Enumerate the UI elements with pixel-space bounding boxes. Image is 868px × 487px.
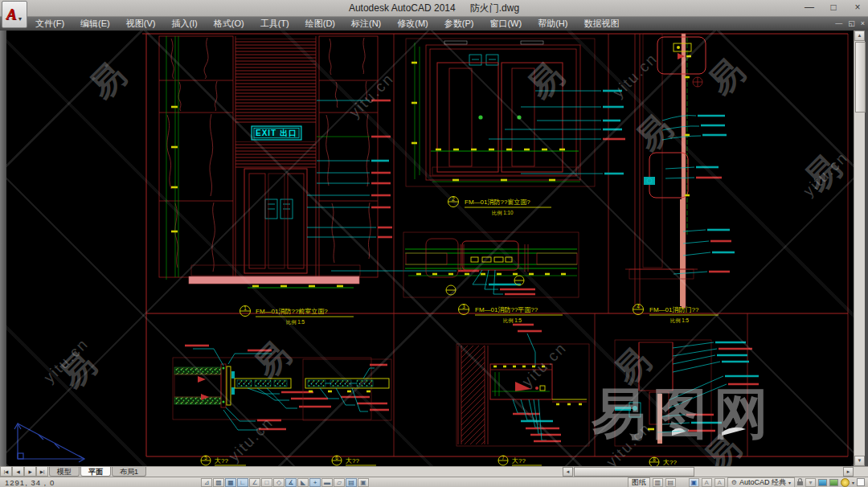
detail-8-floor-spring-detail	[615, 340, 759, 446]
menu-insert[interactable]: 插入(I)	[163, 17, 205, 31]
detail-title-8: 8 大??	[649, 456, 677, 467]
infer-constraints-icon[interactable]: ⊿	[201, 478, 212, 487]
selection-cycling-icon[interactable]: ▣	[358, 478, 369, 487]
quick-view-drawings-icon[interactable]: ▤	[665, 478, 676, 487]
paper-space-button[interactable]: 图纸	[628, 477, 650, 487]
svg-text:3: 3	[462, 304, 465, 309]
cad-drawing: EXIT 出口	[6, 31, 854, 466]
document-name: 防火门.dwg	[470, 2, 519, 14]
status-menu-chevron-icon[interactable]: ▾	[852, 480, 854, 485]
menu-modify[interactable]: 修改(M)	[389, 17, 436, 31]
doc-close-button[interactable]: ×	[861, 18, 865, 29]
svg-text:大??: 大??	[215, 457, 228, 464]
window-border-left	[0, 31, 6, 466]
svg-text:比例 1:5: 比例 1:5	[286, 319, 305, 325]
tab-last-button[interactable]: ▶|	[36, 467, 48, 477]
detail-title-2: 2 FM—01消防??窗立面? 比例 1:10	[448, 196, 552, 216]
menu-dimension[interactable]: 标注(N)	[343, 17, 389, 31]
ortho-mode-icon[interactable]: ∟	[237, 478, 248, 487]
menu-window[interactable]: 窗口(W)	[481, 17, 530, 31]
coordinate-readout: 1291, 34 , 0	[0, 478, 82, 487]
vertical-scroll-thumb[interactable]	[855, 42, 866, 113]
vertical-scrollbar[interactable]: ▲ ▼	[854, 31, 865, 466]
svg-text:EXIT 出口: EXIT 出口	[256, 129, 297, 137]
scroll-left-button[interactable]: ◄	[563, 467, 573, 477]
menu-dataview[interactable]: 数据视图	[575, 17, 627, 31]
dynamic-ucs-icon[interactable]: ◣	[297, 478, 309, 487]
quick-view-layouts-icon[interactable]: ▥	[653, 478, 663, 487]
horizontal-scroll-thumb[interactable]	[574, 467, 694, 477]
svg-text:7: 7	[502, 455, 505, 460]
app-menu-button[interactable]: A ▼	[2, 1, 27, 28]
dynamic-input-icon[interactable]: +	[309, 478, 321, 487]
horizontal-scrollbar[interactable]: ◄ ►	[563, 467, 854, 477]
svg-text:大??: 大??	[346, 457, 359, 464]
annotation-scale-icon[interactable]: A	[702, 478, 712, 487]
menu-tools[interactable]: 工具(T)	[252, 17, 297, 31]
status-lightbulb-icon[interactable]	[841, 478, 850, 487]
lineweight-icon[interactable]: ▬	[321, 478, 333, 487]
model-space-icon[interactable]: ▣	[689, 478, 699, 487]
ucs-icon	[14, 424, 84, 462]
object-snap-tracking-icon[interactable]: ∡	[285, 478, 297, 487]
tab-plan[interactable]: 平面	[80, 467, 111, 477]
maximize-button[interactable]: □	[828, 1, 839, 14]
svg-text:FM—01消防??平面??: FM—01消防??平面??	[475, 306, 538, 313]
menu-draw[interactable]: 绘图(D)	[297, 17, 343, 31]
doc-restore-button[interactable]: ◱	[848, 18, 855, 29]
window-title: Autodesk AutoCAD 2014防火门.dwg	[349, 2, 519, 15]
tab-prev-button[interactable]: ◀	[12, 467, 24, 477]
svg-text:8: 8	[653, 456, 656, 462]
menu-view[interactable]: 视图(V)	[118, 17, 164, 31]
menu-edit[interactable]: 编辑(E)	[72, 17, 118, 31]
autocad-window: Autodesk AutoCAD 2014防火门.dwg — □ × A ▼ 文…	[0, 0, 868, 487]
svg-text:比例 1:5: 比例 1:5	[670, 317, 690, 324]
svg-text:2: 2	[452, 196, 455, 202]
workspace-gear-icon: ⚙	[731, 479, 737, 486]
drawing-canvas[interactable]: EXIT 出口	[6, 31, 854, 466]
svg-text:大??: 大??	[663, 459, 677, 466]
detail-4-vertical-section	[625, 34, 735, 308]
autocad-logo-icon: A	[6, 6, 17, 23]
svg-text:比例 1:5: 比例 1:5	[503, 317, 522, 324]
scroll-down-button[interactable]: ▼	[854, 456, 865, 466]
scroll-right-button[interactable]: ►	[843, 467, 854, 477]
svg-text:比例 1:10: 比例 1:10	[492, 210, 514, 216]
workspace-label: AutoCAD 经典	[739, 477, 786, 487]
3d-object-snap-icon[interactable]: ◇	[273, 478, 285, 487]
chevron-down-icon: ▾	[788, 480, 791, 485]
svg-text:1: 1	[244, 305, 247, 311]
menu-parametric[interactable]: 参数(P)	[436, 17, 482, 31]
snap-mode-icon[interactable]: ▩	[213, 478, 224, 487]
detail-7-sill-detail	[457, 325, 589, 446]
tab-layout1[interactable]: 布局1	[112, 467, 146, 477]
annotation-visibility-icon[interactable]: A	[714, 478, 725, 487]
close-button[interactable]: ×	[852, 1, 863, 14]
menu-format[interactable]: 格式(O)	[206, 17, 252, 31]
status-toggles: ⊿ ▩ ▦ ∟ ∠ □ ◇ ∡ ◣ + ▬ ▱ ▤ ▣	[201, 478, 369, 487]
isolate-objects-icon[interactable]	[829, 479, 838, 486]
tab-next-button[interactable]: ▶	[24, 467, 36, 477]
clean-screen-button[interactable]	[857, 478, 865, 486]
toolbar-unlock-icon[interactable]: ▾	[805, 478, 816, 487]
menu-help[interactable]: 帮助(H)	[530, 17, 575, 31]
lock-ui-icon[interactable]	[797, 481, 803, 485]
scroll-up-button[interactable]: ▲	[854, 31, 865, 41]
detail-2-door-elevation	[406, 39, 625, 186]
quick-properties-icon[interactable]: ▤	[346, 478, 357, 487]
workspace-switcher[interactable]: ⚙ AutoCAD 经典 ▾	[727, 477, 795, 487]
menu-file[interactable]: 文件(F)	[27, 17, 72, 31]
doc-minimize-button[interactable]: —	[835, 18, 842, 29]
svg-text:FM—01消防??窗立面?: FM—01消防??窗立面?	[465, 198, 530, 206]
titlebar: Autodesk AutoCAD 2014防火门.dwg — □ ×	[0, 0, 868, 17]
object-snap-icon[interactable]: □	[261, 478, 272, 487]
tab-model[interactable]: 模型	[49, 467, 80, 477]
minimize-button[interactable]: —	[804, 1, 815, 14]
svg-text:大??: 大??	[512, 457, 526, 464]
hardware-acceleration-icon[interactable]	[818, 479, 827, 486]
tab-first-button[interactable]: |◀	[0, 467, 12, 477]
polar-tracking-icon[interactable]: ∠	[249, 478, 260, 487]
grid-display-icon[interactable]: ▦	[225, 478, 236, 487]
svg-text:5: 5	[204, 455, 207, 460]
transparency-icon[interactable]: ▱	[334, 478, 345, 487]
